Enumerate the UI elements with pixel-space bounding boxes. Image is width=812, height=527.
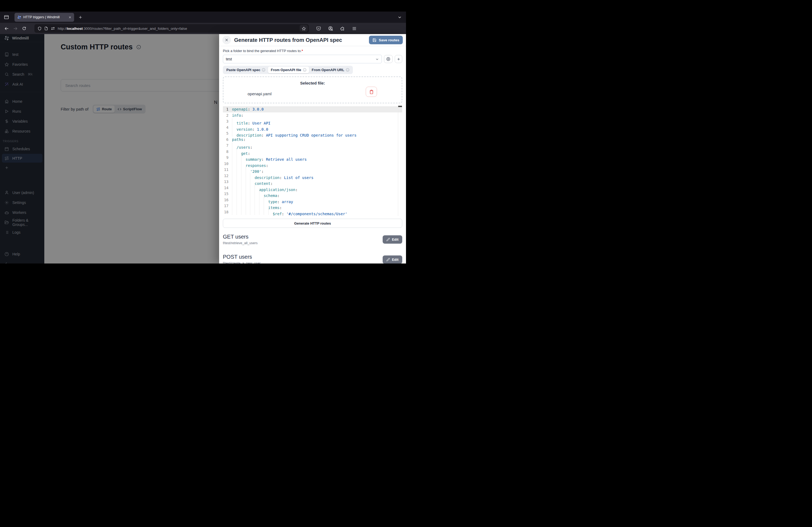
info-icon xyxy=(346,68,349,72)
pocket-icon[interactable] xyxy=(316,26,321,31)
bookmark-star-icon[interactable] xyxy=(300,25,308,32)
chevron-down-icon xyxy=(375,57,379,61)
tab-title: HTTP triggers | Windmill xyxy=(23,15,66,19)
route-path: f/test/create_a_new_user xyxy=(223,261,260,264)
url-bar[interactable]: http://localhost:3000/routes?filter_path… xyxy=(34,24,309,33)
shield-icon[interactable] xyxy=(38,27,42,31)
url-text[interactable]: http://localhost:3000/routes?filter_path… xyxy=(58,27,297,31)
save-icon xyxy=(373,38,376,42)
drawer-body: Pick a folder to bind the generated HTTP… xyxy=(219,46,406,264)
drawer-title: Generate HTTP routes from OpenAPI spec xyxy=(234,37,342,43)
view-folder-button[interactable] xyxy=(384,55,393,63)
editor-scrollbar-track[interactable] xyxy=(398,105,398,216)
trash-icon xyxy=(369,90,374,94)
route-path: f/test/retrieve_all_users xyxy=(223,241,258,245)
tab-strip: HTTP triggers | Windmill xyxy=(0,12,406,23)
spec-source-tabs: Paste OpenAPI spec From OpenAPI file Fro… xyxy=(223,66,353,74)
code-lines: 1openapi: 3.0.02info:3title: User API4ve… xyxy=(223,106,402,215)
windmill-favicon-icon xyxy=(17,15,21,19)
forward-icon[interactable] xyxy=(13,26,18,31)
selected-file-dropzone[interactable]: Selected file: openapi.yaml xyxy=(223,76,402,103)
tab-from-openapi-file[interactable]: From OpenAPI file xyxy=(268,66,309,73)
route-row-post-users: POST users f/test/create_a_new_user Edit xyxy=(223,254,402,264)
drawer-header: Generate HTTP routes from OpenAPI spec S… xyxy=(219,34,406,46)
pencil-icon xyxy=(387,258,390,261)
generate-http-routes-button[interactable]: Generate HTTP routes xyxy=(223,219,402,228)
info-icon xyxy=(303,68,306,72)
folder-select[interactable]: test xyxy=(223,55,382,63)
edit-route-button[interactable]: Edit xyxy=(383,255,402,264)
route-title: GET users xyxy=(223,234,258,240)
add-folder-button[interactable] xyxy=(395,55,402,63)
save-routes-button[interactable]: Save routes xyxy=(369,36,403,44)
remove-file-button[interactable] xyxy=(366,87,377,97)
folder-field-label: Pick a folder to bind the generated HTTP… xyxy=(223,49,402,53)
menu-icon[interactable] xyxy=(352,26,357,31)
close-drawer-button[interactable] xyxy=(222,36,231,44)
sidebar-toggle-icon[interactable] xyxy=(4,15,9,20)
screen: HTTP triggers | Windmill xyxy=(0,0,406,264)
reader-page-icon[interactable] xyxy=(44,27,48,30)
navigation-toolbar: http://localhost:3000/routes?filter_path… xyxy=(0,23,406,34)
info-icon xyxy=(262,68,265,72)
openapi-spec-editor[interactable]: 1openapi: 3.0.02info:3title: User API4ve… xyxy=(223,105,402,216)
pencil-icon xyxy=(387,238,390,241)
edit-route-button[interactable]: Edit xyxy=(383,235,402,244)
selected-file-name: openapi.yaml xyxy=(248,91,272,96)
new-tab-icon[interactable] xyxy=(78,15,83,19)
tab-paste-openapi-spec[interactable]: Paste OpenAPI spec xyxy=(224,66,268,73)
eye-icon xyxy=(386,57,390,61)
toolbar-right xyxy=(316,26,357,31)
generated-routes-list: GET users f/test/retrieve_all_users Edit… xyxy=(223,234,402,264)
route-title: POST users xyxy=(223,254,260,260)
required-asterisk: * xyxy=(302,49,303,53)
openapi-drawer: Generate HTTP routes from OpenAPI spec S… xyxy=(219,34,406,264)
back-icon[interactable] xyxy=(4,26,9,31)
tab-from-openapi-url[interactable]: From OpenAPI URL xyxy=(309,66,352,73)
browser-tab[interactable]: HTTP triggers | Windmill xyxy=(14,13,74,22)
extensions-icon[interactable] xyxy=(340,26,345,31)
editor-scrollbar-thumb[interactable] xyxy=(398,106,402,107)
plus-icon xyxy=(396,57,401,61)
list-tabs-chevron-icon[interactable] xyxy=(398,15,402,19)
permissions-icon[interactable] xyxy=(51,26,55,31)
reload-icon[interactable] xyxy=(22,26,26,31)
browser-chrome: HTTP triggers | Windmill xyxy=(0,12,406,34)
selected-file-label: Selected file: xyxy=(223,81,402,85)
close-icon xyxy=(225,38,229,42)
account-icon[interactable] xyxy=(328,26,333,31)
folder-select-value: test xyxy=(226,57,232,61)
tab-close-icon[interactable] xyxy=(69,16,71,19)
route-row-get-users: GET users f/test/retrieve_all_users Edit xyxy=(223,234,402,245)
